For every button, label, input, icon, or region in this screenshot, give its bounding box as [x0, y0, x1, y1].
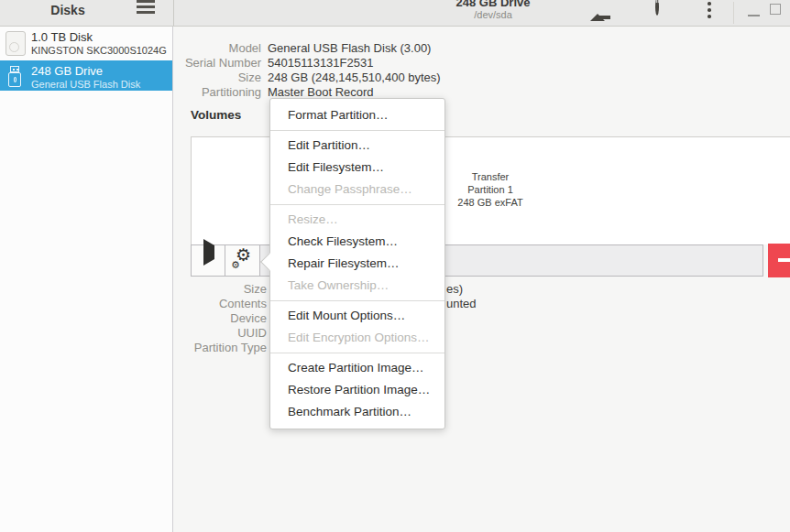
- disk-list-sidebar: 1.0 TB Disk KINGSTON SKC3000S1024G 248 G…: [0, 27, 173, 532]
- hard-disk-icon: [5, 31, 26, 56]
- vinfo-label-device: Device: [173, 311, 267, 326]
- menu-item-edit-encryption-options: Edit Encryption Options…: [270, 327, 444, 349]
- disk-subtitle: KINGSTON SKC3000S1024G: [31, 45, 167, 57]
- delete-partition-button[interactable]: [768, 244, 790, 277]
- mount-button[interactable]: [192, 245, 225, 276]
- menu-item-format-partition[interactable]: Format Partition…: [270, 104, 444, 126]
- header-bar: Disks 248 GB Drive /dev/sda: [0, 0, 790, 27]
- menu-separator: [270, 130, 444, 131]
- eject-icon: [590, 0, 616, 19]
- menu-separator: [270, 300, 444, 301]
- menu-item-edit-mount-options[interactable]: Edit Mount Options…: [270, 305, 444, 327]
- volumes-heading: Volumes: [191, 108, 241, 122]
- menu-item-resize: Resize…: [270, 209, 444, 231]
- disk-subtitle: General USB Flash Disk: [31, 79, 167, 91]
- app-title: Disks: [0, 0, 136, 20]
- window-controls-divider: [733, 2, 734, 24]
- info-value-model: General USB Flash Disk (3.00): [268, 41, 441, 56]
- vinfo-size-value-fragment: es): [446, 282, 463, 297]
- hamburger-menu-icon[interactable]: [136, 0, 156, 18]
- drive-info-grid: Model General USB Flash Disk (3.00) Seri…: [173, 41, 441, 100]
- menu-item-benchmark-partition[interactable]: Benchmark Partition…: [270, 401, 444, 423]
- menu-item-change-passphrase: Change Passphrase…: [270, 179, 444, 201]
- menu-separator: [270, 353, 444, 353]
- volume-info-grid: Size Contents Device UUID Partition Type: [173, 282, 273, 355]
- play-mount-icon: [203, 239, 214, 266]
- info-label-serial: Serial Number: [173, 56, 261, 71]
- minimize-button[interactable]: [745, 0, 762, 24]
- gnome-disks-window: Disks 248 GB Drive /dev/sda 1.0 TB Disk …: [0, 0, 790, 532]
- info-value-size: 248 GB (248,145,510,400 bytes): [268, 71, 441, 85]
- info-label-partitioning: Partitioning: [173, 85, 261, 100]
- info-value-serial: 54015113131F2531: [268, 56, 441, 71]
- partition-context-menu: Format Partition… Edit Partition… Edit F…: [269, 98, 445, 429]
- minus-delete-icon: [778, 258, 790, 262]
- info-label-size: Size: [173, 71, 261, 85]
- drive-device-path: /dev/sda: [412, 9, 574, 21]
- sidebar-item-internal-disk[interactable]: 1.0 TB Disk KINGSTON SKC3000S1024G: [0, 27, 172, 60]
- maximize-button[interactable]: [766, 0, 785, 24]
- menu-item-create-partition-image[interactable]: Create Partition Image…: [270, 357, 444, 379]
- maximize-icon: [770, 4, 781, 15]
- power-icon: [655, 0, 659, 14]
- power-off-button[interactable]: [655, 0, 681, 24]
- disk-title: 248 GB Drive: [31, 64, 167, 79]
- menu-item-restore-partition-image[interactable]: Restore Partition Image…: [270, 379, 444, 401]
- vinfo-label-uuid: UUID: [173, 326, 267, 341]
- info-label-model: Model: [173, 41, 261, 56]
- menu-item-edit-partition[interactable]: Edit Partition…: [270, 135, 444, 157]
- disk-title: 1.0 TB Disk: [31, 30, 167, 45]
- menu-item-repair-filesystem[interactable]: Repair Filesystem…: [270, 253, 444, 275]
- sidebar-item-usb-drive[interactable]: 248 GB Drive General USB Flash Disk: [0, 60, 172, 91]
- drive-menu-button[interactable]: [697, 0, 722, 24]
- menu-item-edit-filesystem[interactable]: Edit Filesystem…: [270, 157, 444, 179]
- eject-button[interactable]: [590, 0, 616, 24]
- menu-item-take-ownership: Take Ownership…: [270, 275, 444, 297]
- kebab-menu-icon: [708, 2, 711, 5]
- minimize-icon: [748, 15, 760, 16]
- menu-item-check-filesystem[interactable]: Check Filesystem…: [270, 231, 444, 253]
- vinfo-label-size: Size: [173, 282, 267, 297]
- header-divider: [173, 0, 174, 26]
- drive-title-block: 248 GB Drive /dev/sda: [412, 0, 574, 21]
- vinfo-label-contents: Contents: [173, 297, 267, 311]
- vinfo-contents-value-fragment: unted: [446, 297, 477, 311]
- drive-title: 248 GB Drive: [412, 0, 574, 9]
- partition-options-button[interactable]: ⚙⚙: [225, 245, 260, 276]
- menu-separator: [270, 204, 444, 205]
- vinfo-label-partition-type: Partition Type: [173, 341, 267, 355]
- usb-drive-icon: [5, 65, 22, 89]
